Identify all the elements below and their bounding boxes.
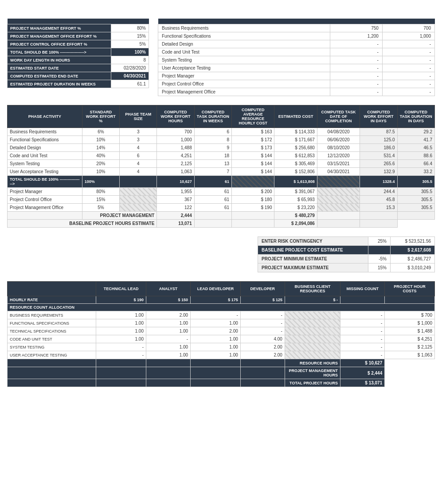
risk-pct[interactable]: 15% xyxy=(368,264,391,272)
vars-value[interactable]: 02/28/2020 xyxy=(111,64,149,72)
phase-cell[interactable]: - xyxy=(330,80,382,88)
res-hourly-value[interactable]: $ - xyxy=(285,296,340,304)
est-cell[interactable]: 18 xyxy=(194,152,231,160)
res-hourly-value[interactable]: $ 175 xyxy=(191,296,241,304)
est-cell[interactable]: 4 xyxy=(120,160,157,168)
phase-cell[interactable]: - xyxy=(382,88,434,96)
res-cell[interactable]: - xyxy=(340,335,385,343)
res-cell[interactable]: 2.00 xyxy=(240,343,285,351)
phase-cell[interactable]: - xyxy=(382,80,434,88)
res-cell[interactable]: $ 2,125 xyxy=(385,343,435,351)
est-cell[interactable]: 6 xyxy=(120,152,157,160)
est-cell[interactable]: 3 xyxy=(120,128,157,136)
est-cell[interactable]: 1,063 xyxy=(157,168,194,176)
phase-cell[interactable]: - xyxy=(382,56,434,64)
phase-cell[interactable]: 1,200 xyxy=(330,32,382,40)
est-cell[interactable]: 3 xyxy=(120,136,157,144)
res-cell[interactable]: $ 1,000 xyxy=(385,319,435,327)
vars-value[interactable]: 100% xyxy=(111,48,149,56)
phase-cell[interactable]: - xyxy=(330,48,382,56)
phase-cell[interactable]: - xyxy=(382,72,434,80)
res-cell[interactable]: - xyxy=(96,343,146,351)
res-cell[interactable] xyxy=(285,327,340,335)
est-cell[interactable]: 9 xyxy=(194,144,231,152)
risk-pct[interactable] xyxy=(368,246,391,255)
res-cell[interactable]: 2.00 xyxy=(191,327,241,335)
res-cell[interactable]: 1.00 xyxy=(146,343,190,351)
est-cell[interactable]: 4,251 xyxy=(157,152,194,160)
res-cell[interactable]: - xyxy=(340,351,385,359)
res-cell[interactable]: - xyxy=(340,327,385,335)
est-cell[interactable]: 10% xyxy=(82,136,119,144)
res-cell[interactable]: - xyxy=(240,327,285,335)
phase-cell[interactable]: - xyxy=(382,64,434,72)
est-cell[interactable]: 13 xyxy=(194,160,231,168)
vars-value[interactable]: 8 xyxy=(111,56,149,64)
res-cell[interactable] xyxy=(285,351,340,359)
res-cell[interactable]: - xyxy=(146,335,190,343)
risk-pct[interactable]: -5% xyxy=(368,255,391,264)
phase-cell[interactable]: - xyxy=(330,40,382,48)
res-cell[interactable]: - xyxy=(340,343,385,351)
res-hourly-value[interactable] xyxy=(385,296,435,304)
est-cell[interactable]: 10% xyxy=(82,168,119,176)
res-cell[interactable]: 1.00 xyxy=(146,351,190,359)
est-cell[interactable]: 700 xyxy=(157,128,194,136)
phase-cell[interactable]: 750 xyxy=(330,24,382,32)
est-cell[interactable]: 8 xyxy=(194,136,231,144)
phase-cell[interactable]: 1,000 xyxy=(382,32,434,40)
res-cell[interactable]: 4.00 xyxy=(240,335,285,343)
res-cell[interactable] xyxy=(285,343,340,351)
res-cell[interactable]: 1.00 xyxy=(96,319,146,327)
res-cell[interactable]: 1.00 xyxy=(96,311,146,319)
res-cell[interactable]: 1.00 xyxy=(191,343,241,351)
res-cell[interactable]: $ 4,251 xyxy=(385,335,435,343)
est-cell[interactable]: 6% xyxy=(82,128,119,136)
phase-cell[interactable]: 700 xyxy=(382,24,434,32)
est-cell[interactable]: 14% xyxy=(82,144,119,152)
res-cell[interactable] xyxy=(285,319,340,327)
est-cell[interactable]: 1,000 xyxy=(157,136,194,144)
res-cell[interactable]: 1.00 xyxy=(191,319,241,327)
res-cell[interactable]: 1.00 xyxy=(191,351,241,359)
res-cell[interactable]: 1.00 xyxy=(146,319,190,327)
est-cell[interactable]: 20% xyxy=(82,160,119,168)
res-cell[interactable]: - xyxy=(240,311,285,319)
res-cell[interactable]: 2.00 xyxy=(240,351,285,359)
res-cell[interactable]: 1.00 xyxy=(96,327,146,335)
vars-value[interactable]: 80% xyxy=(111,24,149,32)
res-hourly-value[interactable]: $ 150 xyxy=(146,296,190,304)
vars-value[interactable]: 04/30/2021 xyxy=(111,72,149,80)
res-cell[interactable]: - xyxy=(240,319,285,327)
res-cell[interactable]: 2.00 xyxy=(146,311,190,319)
res-cell[interactable]: 1.00 xyxy=(96,335,146,343)
phase-cell[interactable]: - xyxy=(330,72,382,80)
vars-value[interactable]: 15% xyxy=(111,32,149,40)
res-cell[interactable]: - xyxy=(340,311,385,319)
res-cell[interactable]: - xyxy=(340,319,385,327)
est-cell[interactable]: 7 xyxy=(194,168,231,176)
res-cell[interactable] xyxy=(285,335,340,343)
risk-pct[interactable]: 25% xyxy=(368,237,391,246)
vars-value[interactable]: 5% xyxy=(111,40,149,48)
phase-cell[interactable]: - xyxy=(330,56,382,64)
phase-cell[interactable]: - xyxy=(382,48,434,56)
res-cell[interactable]: $ 700 xyxy=(385,311,435,319)
est-cell[interactable]: 6 xyxy=(194,128,231,136)
phase-cell[interactable]: - xyxy=(330,88,382,96)
res-cell[interactable]: 1.00 xyxy=(146,327,190,335)
vars-value[interactable]: 61.1 xyxy=(111,80,149,88)
est-cell[interactable]: 4 xyxy=(120,168,157,176)
est-cell[interactable]: 2,125 xyxy=(157,160,194,168)
phase-cell[interactable]: - xyxy=(330,64,382,72)
res-hourly-value[interactable] xyxy=(340,296,385,304)
res-cell[interactable]: $ 1,488 xyxy=(385,327,435,335)
est-cell[interactable]: 1,488 xyxy=(157,144,194,152)
res-hourly-value[interactable]: $ 125 xyxy=(240,296,285,304)
res-cell[interactable]: $ 1,063 xyxy=(385,351,435,359)
est-cell[interactable]: 40% xyxy=(82,152,119,160)
res-cell[interactable]: - xyxy=(96,351,146,359)
res-cell[interactable]: - xyxy=(191,311,241,319)
res-cell[interactable]: 1.00 xyxy=(191,335,241,343)
res-hourly-value[interactable]: $ 190 xyxy=(96,296,146,304)
